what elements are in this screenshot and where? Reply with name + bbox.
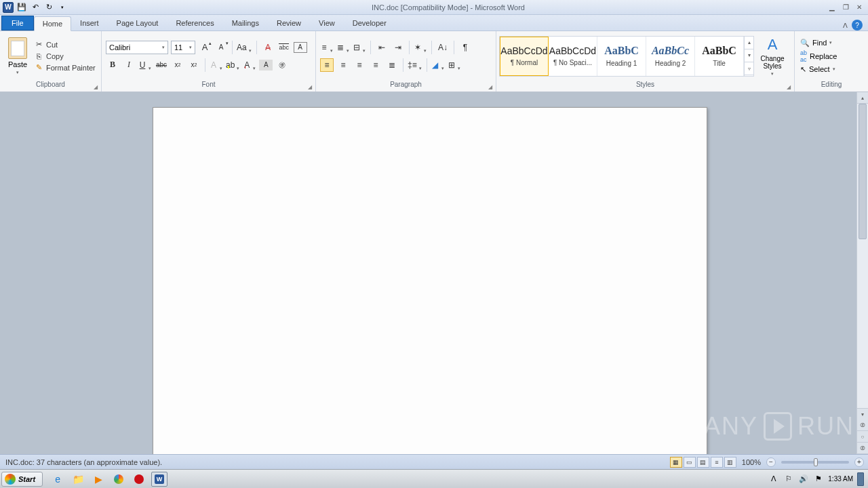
font-size-selector[interactable]: 11▾ (171, 41, 195, 54)
minimize-button[interactable]: ▁ (826, 3, 838, 12)
clipboard-launcher[interactable]: ◢ (92, 83, 100, 91)
change-styles-button[interactable]: A Change Styles ▾ (757, 36, 788, 77)
view-print-layout[interactable]: ▦ (670, 457, 682, 468)
subscript-button[interactable]: x2 (171, 58, 184, 72)
scroll-up-button[interactable]: ▴ (857, 92, 868, 104)
document-page[interactable] (153, 107, 707, 454)
shading-button[interactable]: ◢ (431, 58, 445, 72)
zoom-percent[interactable]: 100% (738, 458, 765, 466)
numbering-button[interactable]: ≣ (336, 41, 350, 54)
clear-formatting-button[interactable]: A̶ (261, 41, 275, 54)
tray-volume-icon[interactable]: 🔊 (798, 474, 809, 485)
prev-page-button[interactable]: ⦿ (857, 420, 868, 431)
show-marks-button[interactable]: ¶ (458, 41, 472, 54)
change-case-button[interactable]: Aa (237, 41, 252, 54)
tray-clock[interactable]: 1:33 AM (828, 475, 853, 483)
style-title[interactable]: AaBbCTitle (695, 37, 744, 76)
bold-button[interactable]: B (106, 58, 119, 72)
character-border-button[interactable]: A (294, 42, 307, 53)
scroll-down-button[interactable]: ▾ (857, 408, 868, 420)
style-heading-1[interactable]: AaBbCHeading 1 (597, 37, 646, 76)
zoom-slider-thumb[interactable] (814, 458, 818, 466)
text-effects-button[interactable]: A (210, 58, 223, 72)
tab-insert[interactable]: Insert (71, 16, 108, 30)
replace-button[interactable]: abacReplace (800, 49, 837, 63)
tab-mailings[interactable]: Mailings (223, 16, 268, 30)
underline-button[interactable]: U (138, 58, 152, 72)
shrink-font-button[interactable]: A▾ (214, 41, 228, 54)
vertical-scrollbar[interactable]: ▴ ▾ ⦿ ○ ⦿ (856, 92, 868, 454)
undo-icon[interactable]: ↶ (30, 2, 41, 13)
save-icon[interactable]: 💾 (16, 2, 27, 13)
word-taskbar-icon[interactable]: W (151, 472, 167, 487)
styles-scroll-down[interactable]: ▾ (745, 49, 753, 62)
font-name-selector[interactable]: Calibri▾ (106, 41, 168, 54)
styles-expand[interactable]: ▿ (745, 62, 753, 75)
line-spacing-button[interactable]: ‡≡ (408, 58, 422, 72)
tab-view[interactable]: View (310, 16, 344, 30)
tab-developer[interactable]: Developer (344, 16, 395, 30)
styles-scroll-up[interactable]: ▴ (745, 37, 753, 49)
zoom-out-button[interactable]: − (766, 458, 776, 467)
tray-expand-icon[interactable]: ᐱ (768, 474, 779, 485)
grow-font-button[interactable]: A▴ (198, 41, 212, 54)
ie-icon[interactable]: e (50, 472, 66, 487)
style-no-spacing[interactable]: AaBbCcDd¶ No Spaci... (549, 37, 597, 76)
chrome-icon[interactable] (111, 472, 127, 487)
asian-layout-button[interactable]: ✶ (414, 41, 427, 54)
explorer-icon[interactable]: 📁 (70, 472, 86, 487)
scroll-thumb[interactable] (859, 104, 867, 239)
tab-page-layout[interactable]: Page Layout (108, 16, 167, 30)
close-button[interactable]: ✕ (853, 3, 865, 12)
tab-review[interactable]: Review (268, 16, 310, 30)
tray-action-center-icon[interactable]: ⚐ (783, 474, 794, 485)
enclose-characters-button[interactable]: ㊝ (275, 58, 289, 72)
redo-icon[interactable]: ↻ (43, 2, 54, 13)
view-outline[interactable]: ≡ (711, 457, 723, 468)
font-launcher[interactable]: ◢ (306, 83, 314, 91)
align-right-button[interactable]: ≡ (353, 58, 366, 72)
sort-button[interactable]: A↓ (436, 41, 450, 54)
zoom-in-button[interactable]: + (854, 458, 864, 467)
copy-button[interactable]: ⎘Copy (34, 52, 96, 61)
tab-home[interactable]: Home (34, 16, 71, 31)
decrease-indent-button[interactable]: ⇤ (375, 41, 389, 54)
status-text[interactable]: INC.doc: 37 characters (an approximate v… (0, 458, 670, 466)
view-draft[interactable]: ▥ (724, 457, 736, 468)
strikethrough-button[interactable]: abc (155, 58, 168, 72)
cut-button[interactable]: ✂Cut (34, 40, 96, 49)
superscript-button[interactable]: x2 (187, 58, 201, 72)
align-left-button[interactable]: ≡ (320, 58, 334, 72)
bullets-button[interactable]: ≡ (320, 41, 334, 54)
style-normal[interactable]: AaBbCcDd¶ Normal (500, 37, 549, 76)
find-button[interactable]: 🔍Find ▾ (800, 39, 832, 47)
zoom-slider[interactable] (781, 461, 849, 464)
tray-show-desktop[interactable] (857, 472, 864, 486)
italic-button[interactable]: I (122, 58, 136, 72)
format-painter-button[interactable]: ✎Format Painter (34, 63, 96, 73)
style-heading-2[interactable]: AaBbCcHeading 2 (646, 37, 695, 76)
font-color-button[interactable]: A (243, 58, 256, 72)
minimize-ribbon-icon[interactable]: ᐱ (843, 22, 848, 29)
multilevel-list-button[interactable]: ⊟ (353, 41, 366, 54)
distributed-button[interactable]: ≣ (385, 58, 399, 72)
start-button[interactable]: Start (1, 472, 43, 487)
increase-indent-button[interactable]: ⇥ (391, 41, 405, 54)
next-page-button[interactable]: ⦿ (857, 443, 868, 454)
phonetic-guide-button[interactable]: abc (277, 41, 291, 54)
justify-button[interactable]: ≡ (369, 58, 382, 72)
highlight-button[interactable]: ab (226, 58, 240, 72)
tab-file[interactable]: File (1, 16, 34, 30)
view-full-screen[interactable]: ▭ (684, 457, 696, 468)
character-shading-button[interactable]: A (259, 60, 273, 70)
borders-button[interactable]: ⊞ (448, 58, 461, 72)
styles-launcher[interactable]: ◢ (785, 83, 793, 91)
tray-flag-icon[interactable]: ⚑ (813, 474, 824, 485)
opera-icon[interactable] (131, 472, 147, 487)
tab-references[interactable]: References (167, 16, 222, 30)
word-app-icon[interactable]: W (3, 2, 14, 13)
select-button[interactable]: ↖Select ▾ (800, 65, 835, 74)
browse-object-button[interactable]: ○ (857, 431, 868, 443)
restore-button[interactable]: ❐ (840, 3, 852, 12)
qat-customize-icon[interactable]: ▾ (57, 2, 68, 13)
